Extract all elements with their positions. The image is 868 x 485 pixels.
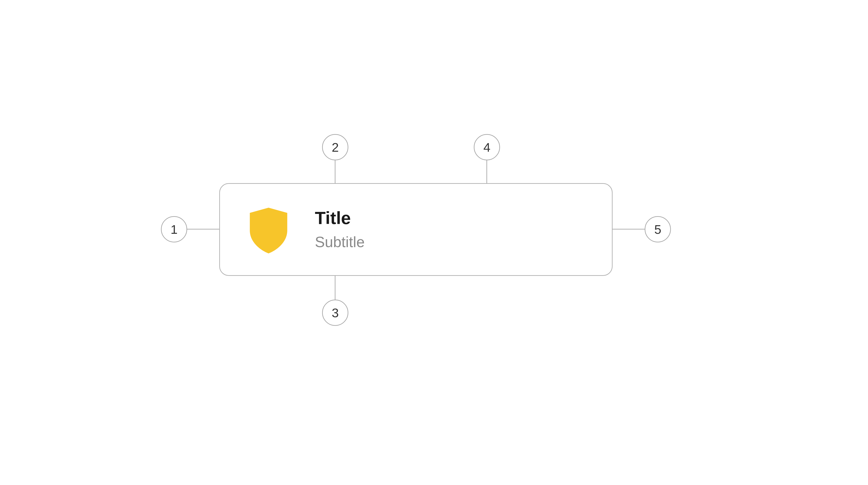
callout-badge-3: 3	[322, 300, 348, 326]
callout-badge-4: 4	[474, 134, 500, 160]
callout-number: 5	[654, 222, 661, 237]
component-card: Title Subtitle	[219, 183, 613, 276]
callout-badge-5: 5	[645, 216, 671, 242]
callout-number: 2	[332, 140, 339, 155]
text-block: Title Subtitle	[315, 209, 365, 250]
callout-number: 3	[332, 305, 339, 320]
callout-badge-1: 1	[161, 216, 187, 242]
diagram-canvas: 1 2 3 4 5 Title Subtitle	[0, 0, 868, 485]
callout-number: 1	[170, 222, 178, 237]
callout-badge-2: 2	[322, 134, 348, 160]
leading-icon-slot	[243, 204, 294, 255]
callout-number: 4	[483, 140, 490, 155]
leader-line-4	[487, 160, 487, 184]
shield-icon	[243, 204, 294, 255]
card-subtitle: Subtitle	[315, 234, 365, 250]
card-title: Title	[315, 209, 365, 228]
